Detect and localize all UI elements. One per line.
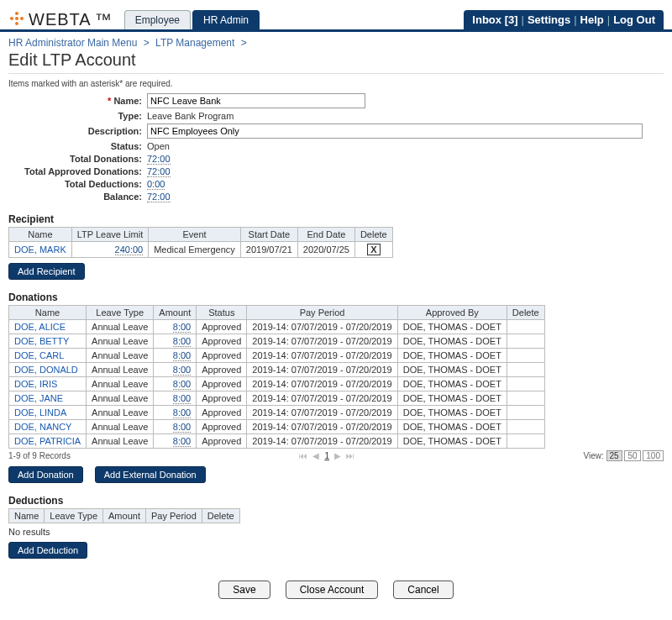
pager-prev-icon[interactable]: ◀ bbox=[312, 451, 319, 460]
donation-pay-period: 2019-14: 07/07/2019 - 07/20/2019 bbox=[247, 363, 397, 377]
col-amount[interactable]: Amount bbox=[103, 509, 146, 523]
value-total-approved[interactable]: 72:00 bbox=[147, 166, 171, 177]
delete-icon[interactable]: X bbox=[367, 244, 381, 255]
col-name[interactable]: Name bbox=[9, 228, 72, 242]
col-pay-period[interactable]: Pay Period bbox=[145, 509, 202, 523]
donation-leave-type: Annual Leave bbox=[87, 391, 154, 406]
value-total-donations[interactable]: 72:00 bbox=[147, 154, 171, 165]
trademark: ™ bbox=[95, 10, 113, 29]
value-total-deductions[interactable]: 0:00 bbox=[147, 179, 165, 190]
label-balance: Balance: bbox=[8, 192, 147, 202]
col-delete[interactable]: Delete bbox=[507, 306, 544, 320]
donation-amount[interactable]: 8:00 bbox=[173, 322, 191, 333]
donation-name-link[interactable]: DOE, LINDA bbox=[9, 406, 87, 420]
col-delete[interactable]: Delete bbox=[354, 228, 392, 242]
pager-last-icon[interactable]: ⏭ bbox=[346, 451, 354, 460]
donation-amount[interactable]: 8:00 bbox=[173, 407, 191, 418]
donation-pay-period: 2019-14: 07/07/2019 - 07/20/2019 bbox=[247, 320, 397, 334]
col-name[interactable]: Name bbox=[9, 509, 45, 523]
donation-pay-period: 2019-14: 07/07/2019 - 07/20/2019 bbox=[247, 420, 397, 434]
view-size: View: 25 50 100 bbox=[583, 450, 664, 461]
nav-sep: | bbox=[522, 13, 524, 26]
crumb-main-menu[interactable]: HR Administrator Main Menu bbox=[8, 37, 137, 49]
donation-name-link[interactable]: DOE, DONALD bbox=[9, 363, 87, 377]
col-name[interactable]: Name bbox=[9, 306, 87, 320]
brand-text: WEBTA bbox=[29, 10, 92, 29]
pager-first-icon[interactable]: ⏮ bbox=[299, 451, 307, 460]
donation-name-link[interactable]: DOE, BETTY bbox=[9, 334, 87, 349]
label-total-approved: Total Approved Donations: bbox=[8, 166, 147, 176]
crumb-ltp-management[interactable]: LTP Management bbox=[155, 37, 234, 49]
recipient-limit[interactable]: 240:00 bbox=[115, 244, 144, 255]
breadcrumb: HR Administrator Main Menu > LTP Managem… bbox=[0, 32, 672, 50]
view-100[interactable]: 100 bbox=[643, 450, 664, 461]
donation-approved-by: DOE, THOMAS - DOET bbox=[397, 434, 507, 449]
deductions-table: Name Leave Type Amount Pay Period Delete bbox=[8, 508, 240, 523]
donation-amount[interactable]: 8:00 bbox=[173, 365, 191, 376]
col-event[interactable]: Event bbox=[149, 228, 241, 242]
donation-pay-period: 2019-14: 07/07/2019 - 07/20/2019 bbox=[247, 434, 397, 449]
deductions-no-results: No results bbox=[8, 527, 664, 537]
col-start[interactable]: Start Date bbox=[240, 228, 297, 242]
donation-name-link[interactable]: DOE, NANCY bbox=[9, 420, 87, 434]
pager-next-icon[interactable]: ▶ bbox=[334, 451, 341, 460]
table-row: DOE, DONALDAnnual Leave8:00Approved2019-… bbox=[9, 363, 545, 377]
donation-approved-by: DOE, THOMAS - DOET bbox=[397, 334, 507, 349]
add-donation-button[interactable]: Add Donation bbox=[8, 466, 83, 483]
donation-name-link[interactable]: DOE, IRIS bbox=[9, 377, 87, 391]
top-nav: Inbox [3] | Settings | Help | Log Out bbox=[464, 10, 664, 29]
col-limit[interactable]: LTP Leave Limit bbox=[71, 228, 148, 242]
donation-delete-cell bbox=[507, 363, 544, 377]
view-50[interactable]: 50 bbox=[624, 450, 640, 461]
col-leave-type[interactable]: Leave Type bbox=[87, 306, 154, 320]
donation-leave-type: Annual Leave bbox=[87, 349, 154, 363]
name-input[interactable] bbox=[147, 93, 365, 108]
donation-amount[interactable]: 8:00 bbox=[173, 422, 191, 433]
value-type: Leave Bank Program bbox=[147, 111, 234, 121]
donation-name-link[interactable]: DOE, JANE bbox=[9, 391, 87, 406]
donation-status: Approved bbox=[197, 349, 247, 363]
col-delete[interactable]: Delete bbox=[202, 509, 239, 523]
col-approved-by[interactable]: Approved By bbox=[397, 306, 507, 320]
donations-heading: Donations bbox=[8, 292, 664, 303]
description-input[interactable] bbox=[147, 123, 643, 139]
add-external-donation-button[interactable]: Add External Donation bbox=[95, 466, 206, 483]
donation-pay-period: 2019-14: 07/07/2019 - 07/20/2019 bbox=[247, 391, 397, 406]
col-leave-type[interactable]: Leave Type bbox=[45, 509, 103, 523]
col-end[interactable]: End Date bbox=[297, 228, 354, 242]
donation-name-link[interactable]: DOE, ALICE bbox=[9, 320, 87, 334]
nav-logout[interactable]: Log Out bbox=[613, 13, 655, 26]
view-25[interactable]: 25 bbox=[606, 450, 622, 461]
donation-amount[interactable]: 8:00 bbox=[173, 379, 191, 390]
tab-employee[interactable]: Employee bbox=[124, 10, 191, 29]
cancel-button[interactable]: Cancel bbox=[393, 581, 453, 599]
donation-name-link[interactable]: DOE, PATRICIA bbox=[9, 434, 87, 449]
label-description: Description: bbox=[8, 126, 147, 136]
add-recipient-button[interactable]: Add Recipient bbox=[8, 263, 85, 280]
table-row: DOE, IRISAnnual Leave8:00Approved2019-14… bbox=[9, 377, 545, 391]
close-account-button[interactable]: Close Account bbox=[286, 581, 379, 599]
nav-help[interactable]: Help bbox=[580, 13, 604, 26]
nav-sep: | bbox=[574, 13, 576, 26]
recipient-name-link[interactable]: DOE, MARK bbox=[9, 242, 72, 258]
save-button[interactable]: Save bbox=[218, 581, 270, 599]
nav-settings[interactable]: Settings bbox=[528, 13, 570, 26]
col-pay-period[interactable]: Pay Period bbox=[247, 306, 397, 320]
footer-actions: Save Close Account Cancel bbox=[0, 581, 672, 599]
donation-name-link[interactable]: DOE, CARL bbox=[9, 349, 87, 363]
donation-amount[interactable]: 8:00 bbox=[173, 350, 191, 361]
tab-hr-admin[interactable]: HR Admin bbox=[192, 10, 260, 29]
table-row: DOE, PATRICIAAnnual Leave8:00Approved201… bbox=[9, 434, 545, 449]
col-status[interactable]: Status bbox=[197, 306, 247, 320]
table-row: DOE, CARLAnnual Leave8:00Approved2019-14… bbox=[9, 349, 545, 363]
pager-page-1[interactable]: 1 bbox=[324, 451, 329, 460]
add-deduction-button[interactable]: Add Deduction bbox=[8, 542, 87, 559]
donation-amount[interactable]: 8:00 bbox=[173, 336, 191, 347]
value-balance[interactable]: 72:00 bbox=[147, 192, 171, 202]
donation-amount[interactable]: 8:00 bbox=[173, 393, 191, 404]
table-row: DOE, MARK240:00Medical Emergency2019/07/… bbox=[9, 242, 393, 258]
col-amount[interactable]: Amount bbox=[154, 306, 197, 320]
donation-amount[interactable]: 8:00 bbox=[173, 436, 191, 447]
record-count: 1-9 of 9 Records bbox=[8, 451, 71, 460]
nav-inbox[interactable]: Inbox [3] bbox=[472, 13, 517, 26]
